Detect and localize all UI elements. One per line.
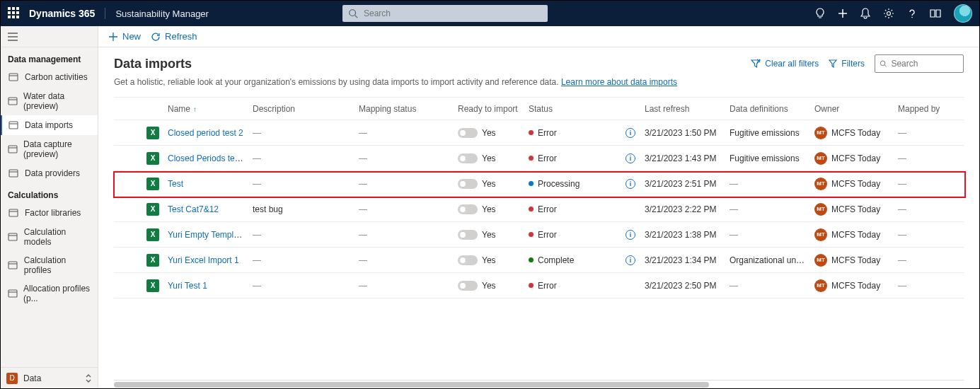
ready-toggle[interactable]	[458, 153, 478, 163]
row-name-link[interactable]: Closed period test 2	[168, 128, 243, 138]
sidebar-item-label: Calculation models	[24, 227, 91, 247]
user-avatar[interactable]	[954, 4, 972, 23]
row-last-refresh: 3/21/2023 2:51 PM	[640, 179, 725, 189]
row-name-link[interactable]: Closed Periods test 1	[168, 153, 248, 163]
sidebar-item[interactable]: Allocation profiles (p...	[1, 279, 98, 308]
ready-toggle[interactable]	[458, 179, 478, 189]
bell-icon[interactable]	[860, 8, 870, 19]
col-status[interactable]: Status	[524, 104, 621, 114]
col-description[interactable]: Description	[248, 104, 354, 114]
grid-search[interactable]	[875, 54, 964, 73]
ready-label: Yes	[482, 179, 496, 189]
app-launcher-icon[interactable]	[8, 7, 21, 20]
row-data-definitions: Fugitive emissions	[725, 128, 810, 138]
lightbulb-icon[interactable]	[815, 8, 825, 19]
filters-label: Filters	[841, 59, 865, 69]
clear-filters-button[interactable]: Clear all filters	[751, 59, 819, 69]
sidebar-item[interactable]: Water data (preview)	[1, 87, 98, 115]
excel-icon	[146, 254, 159, 267]
ready-toggle[interactable]	[458, 255, 478, 265]
help-icon[interactable]	[907, 8, 917, 18]
col-name[interactable]: Name↑	[163, 104, 248, 114]
col-last-refresh[interactable]: Last refresh	[640, 104, 725, 114]
excel-icon	[146, 279, 159, 292]
area-badge: D	[6, 373, 18, 384]
table-row[interactable]: Closed period test 2——YesErrori3/21/2023…	[114, 120, 964, 146]
refresh-button[interactable]: Refresh	[151, 31, 197, 42]
sidebar-item[interactable]: Data imports	[1, 115, 98, 135]
info-icon[interactable]: i	[626, 153, 635, 163]
sidebar-item-label: Data capture (preview)	[23, 139, 91, 159]
svg-line-14	[884, 65, 887, 67]
info-icon[interactable]: i	[626, 128, 635, 138]
nav-icon	[8, 207, 19, 219]
filters-button[interactable]: Filters	[829, 59, 865, 69]
sidebar-section-header: Calculations	[1, 183, 98, 203]
hamburger-icon[interactable]	[1, 26, 98, 47]
page-subtitle: Get a holistic, reliable look at your or…	[114, 77, 964, 87]
svg-point-13	[880, 61, 885, 66]
table-row[interactable]: Test——YesProcessingi3/21/2023 2:51 PM—MT…	[114, 171, 964, 197]
svg-rect-12	[8, 290, 17, 297]
table-row[interactable]: Closed Periods test 1——YesErrori3/21/202…	[114, 146, 964, 171]
status-dot-icon	[529, 130, 534, 135]
row-name-link[interactable]: Yuri Excel Import 1	[168, 255, 239, 265]
command-bar: New Refresh	[98, 26, 979, 47]
ready-toggle[interactable]	[458, 230, 478, 240]
learn-more-link[interactable]: Learn more about data imports	[561, 77, 677, 87]
col-mapping-status[interactable]: Mapping status	[354, 104, 454, 114]
sidebar-item[interactable]: Data providers	[1, 163, 98, 183]
subtitle-text: Get a holistic, reliable look at your or…	[114, 77, 561, 87]
row-mapped-by: —	[894, 153, 957, 163]
ready-label: Yes	[482, 230, 496, 240]
sidebar-item[interactable]: Factor libraries	[1, 203, 98, 223]
nav-icon	[8, 231, 18, 243]
ready-toggle[interactable]	[458, 128, 478, 138]
info-icon[interactable]: i	[626, 179, 635, 189]
col-mapped-by[interactable]: Mapped by	[894, 104, 957, 114]
ready-toggle[interactable]	[458, 281, 478, 291]
sidebar-item[interactable]: Data capture (preview)	[1, 135, 98, 163]
info-icon[interactable]: i	[626, 230, 635, 240]
sidebar: Data managementCarbon activitiesWater da…	[1, 26, 98, 388]
row-name-link[interactable]: Test Cat7&12	[168, 204, 219, 214]
row-name-link[interactable]: Yuri Test 1	[168, 281, 207, 291]
ready-toggle[interactable]	[458, 204, 478, 214]
global-search[interactable]	[342, 5, 548, 22]
svg-rect-4	[9, 74, 18, 81]
row-description: —	[248, 128, 354, 138]
row-description: —	[248, 179, 354, 189]
sidebar-item[interactable]: Calculation models	[1, 223, 98, 251]
row-name-link[interactable]: Yuri Empty Template ...	[168, 230, 248, 240]
sidebar-item-label: Calculation profiles	[24, 255, 91, 275]
grid-search-input[interactable]	[889, 58, 959, 69]
info-icon[interactable]: i	[626, 255, 635, 265]
sidebar-item[interactable]: Carbon activities	[1, 67, 98, 87]
sidebar-item-label: Carbon activities	[25, 72, 88, 82]
new-button[interactable]: New	[108, 31, 141, 42]
excel-icon	[146, 152, 159, 165]
table-row[interactable]: Yuri Excel Import 1——YesCompletei3/21/20…	[114, 248, 964, 273]
area-switcher[interactable]: D Data	[1, 367, 98, 388]
table-row[interactable]: Yuri Test 1——YesError3/21/2023 2:50 PM—M…	[114, 273, 964, 298]
excel-icon	[146, 203, 159, 216]
global-header: Dynamics 365 Sustainability Manager	[1, 1, 979, 26]
status-label: Error	[538, 281, 557, 291]
status-label: Processing	[538, 179, 580, 189]
gear-icon[interactable]	[883, 8, 894, 19]
table-row[interactable]: Test Cat7&12test bug—YesError3/21/2023 2…	[114, 197, 964, 222]
col-owner[interactable]: Owner	[810, 104, 894, 114]
sidebar-item[interactable]: Calculation profiles	[1, 251, 98, 279]
book-icon[interactable]	[930, 8, 941, 18]
global-search-input[interactable]	[362, 8, 542, 19]
row-name-link[interactable]: Test	[168, 179, 183, 189]
data-imports-grid: Name↑ Description Mapping status Ready t…	[114, 97, 964, 298]
clear-filters-label: Clear all filters	[765, 59, 819, 69]
sort-ascending-icon: ↑	[193, 105, 197, 113]
table-row[interactable]: Yuri Empty Template ...——YesErrori3/21/2…	[114, 222, 964, 248]
horizontal-scrollbar[interactable]	[114, 380, 964, 388]
plus-icon[interactable]	[838, 8, 848, 18]
col-data-definitions[interactable]: Data definitions	[725, 104, 810, 114]
col-ready[interactable]: Ready to import	[454, 104, 524, 114]
row-description: —	[248, 230, 354, 240]
